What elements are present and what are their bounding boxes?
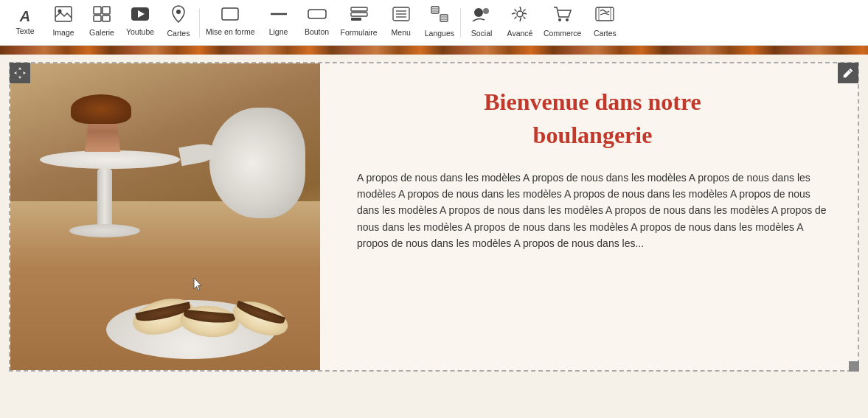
toolbar-label-menu: Menu — [392, 28, 411, 37]
svg-rect-2 — [94, 7, 101, 14]
toolbar-item-commerce[interactable]: Commerce — [539, 0, 586, 46]
toolbar-label-ligne: Ligne — [269, 27, 288, 36]
svg-point-27 — [517, 11, 523, 17]
svg-rect-3 — [103, 7, 110, 14]
svg-point-26 — [483, 8, 489, 14]
selection-box: Bienvenue dans notre boulangerie A propo… — [9, 62, 859, 372]
svg-point-29 — [566, 18, 569, 21]
toolbar-label-cartes1: Cartes — [167, 29, 190, 38]
cake-stand-stem — [97, 169, 112, 228]
svg-rect-12 — [351, 7, 367, 11]
svg-point-8 — [176, 10, 181, 14]
svg-point-25 — [474, 8, 483, 17]
toolbar-item-social[interactable]: Social — [462, 0, 501, 46]
toolbar-item-menu[interactable]: Menu — [382, 0, 420, 46]
bakery-image — [10, 63, 320, 370]
social-icon — [471, 5, 492, 27]
teapot — [209, 108, 305, 218]
toolbar-label-langues: Langues — [425, 29, 454, 38]
svg-rect-13 — [351, 13, 367, 16]
toolbar-label-galerie: Galerie — [89, 28, 114, 37]
food-strip-inner — [0, 46, 868, 55]
cartes1-icon — [171, 5, 186, 27]
toolbar-label-commerce: Commerce — [544, 29, 581, 38]
toolbar-item-galerie[interactable]: Galerie — [83, 0, 121, 46]
toolbar-item-youtube[interactable]: Youtube — [121, 0, 159, 46]
toolbar-item-cartes2[interactable]: Cartes — [586, 0, 624, 46]
toolbar: A Texte Image Galerie Youtube Cartes Mis… — [0, 0, 868, 46]
toolbar-item-langues[interactable]: Langues — [420, 0, 459, 46]
title-line2: boulangerie — [533, 122, 653, 148]
menu-icon — [392, 6, 411, 27]
svg-rect-30 — [596, 7, 614, 21]
toolbar-item-avance[interactable]: Avancé — [501, 0, 539, 46]
cake-stand-base — [69, 224, 140, 237]
separator-2 — [460, 8, 461, 38]
mise-en-forme-icon — [221, 7, 240, 26]
toolbar-label-avance: Avancé — [507, 29, 533, 38]
resize-handle[interactable] — [849, 361, 859, 372]
title-line1: Bienvenue dans notre — [484, 88, 701, 115]
avance-icon — [510, 5, 530, 27]
svg-rect-5 — [103, 15, 110, 21]
toolbar-item-mise-en-forme[interactable]: Mise en forme — [201, 0, 260, 46]
toolbar-item-texte[interactable]: A Texte — [6, 0, 44, 46]
toolbar-label-texte: Texte — [15, 27, 34, 35]
cartes2-icon — [594, 5, 615, 27]
langues-icon — [430, 5, 449, 27]
youtube-icon — [131, 7, 150, 26]
svg-rect-0 — [55, 7, 72, 21]
formulaire-icon — [350, 6, 369, 27]
svg-rect-9 — [222, 8, 238, 20]
toolbar-item-cartes1[interactable]: Cartes — [159, 0, 198, 46]
svg-rect-14 — [351, 18, 361, 21]
image-icon — [55, 6, 72, 27]
ligne-icon — [269, 7, 288, 26]
toolbar-label-image: Image — [52, 28, 74, 37]
bakery-title: Bienvenue dans notre boulangerie — [484, 86, 701, 152]
move-handle[interactable] — [10, 63, 30, 83]
toolbar-item-bouton[interactable]: Bouton — [298, 0, 336, 46]
galerie-icon — [93, 6, 111, 27]
toolbar-label-bouton: Bouton — [305, 27, 329, 36]
text-icon: A — [20, 8, 30, 25]
bakery-description: A propos de nous dans les modèles A prop… — [357, 170, 828, 252]
toolbar-item-image[interactable]: Image — [44, 0, 83, 46]
content-area: Bienvenue dans notre boulangerie A propo… — [0, 62, 868, 372]
food-background-strip — [0, 46, 868, 55]
svg-rect-4 — [94, 15, 101, 21]
cake-stand-plate — [40, 150, 180, 169]
toolbar-item-formulaire[interactable]: Formulaire — [336, 0, 382, 46]
text-panel: Bienvenue dans notre boulangerie A propo… — [320, 63, 858, 370]
commerce-icon — [552, 5, 573, 27]
toolbar-label-social: Social — [471, 29, 493, 38]
svg-point-28 — [558, 18, 561, 21]
separator-1 — [199, 8, 200, 38]
bouton-icon — [307, 7, 327, 26]
toolbar-label-youtube: Youtube — [126, 27, 154, 36]
svg-rect-11 — [308, 10, 326, 18]
svg-rect-22 — [440, 15, 448, 21]
bakery-image-panel — [10, 63, 320, 370]
muffin-top — [71, 94, 131, 124]
edit-handle[interactable] — [838, 63, 858, 83]
toolbar-label-formulaire: Formulaire — [341, 28, 378, 37]
toolbar-label-cartes2: Cartes — [594, 29, 617, 38]
toolbar-item-ligne[interactable]: Ligne — [260, 0, 298, 46]
toolbar-label-mise-en-forme: Mise en forme — [206, 27, 255, 36]
svg-rect-19 — [431, 7, 439, 13]
